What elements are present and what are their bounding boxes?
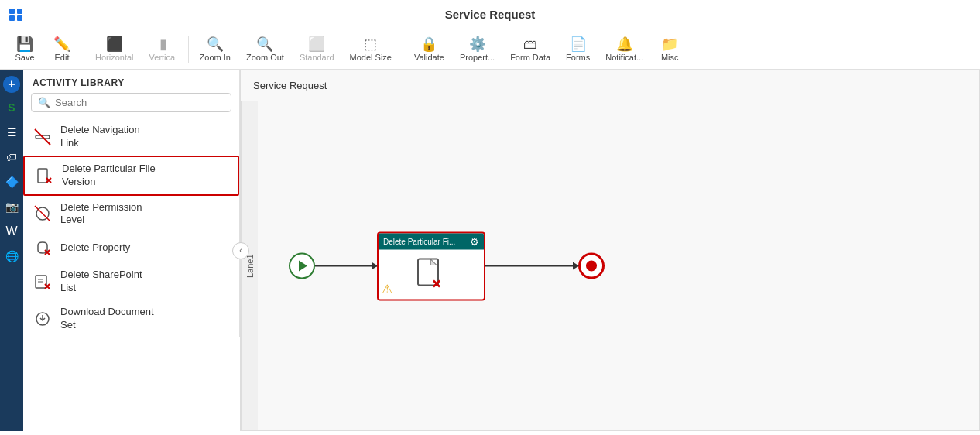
misc-icon: 📁 <box>661 37 678 51</box>
form-data-icon: 🗃 <box>523 37 537 51</box>
list-item[interactable]: Delete Property <box>23 232 239 263</box>
standard-icon: ⬜ <box>308 37 325 51</box>
lane-content: Delete Particular Fi... ⚙ <box>258 101 979 430</box>
edit-label: Edit <box>55 53 70 62</box>
search-icon: 🔍 <box>38 97 50 108</box>
delete-particular-file-icon <box>34 166 54 186</box>
notifications-icon: 🔔 <box>616 37 633 51</box>
list-item[interactable]: Delete NavigationLink <box>23 118 239 156</box>
validate-icon: 🔒 <box>420 37 437 51</box>
zoom-in-button[interactable]: 🔍 Zoom In <box>194 34 237 65</box>
node-header: Delete Particular Fi... ⚙ <box>379 233 484 249</box>
lane: Lane1 Delete Particular Fi... ⚙ <box>241 101 979 430</box>
form-data-label: Form Data <box>510 53 550 62</box>
delete-nav-link-label: Delete NavigationLink <box>60 124 140 150</box>
delete-property-icon <box>33 238 53 258</box>
properties-label: Propert... <box>460 53 495 62</box>
icon-sidebar: + S ☰ 🏷 🔷 📷 W 🌐 <box>0 70 23 431</box>
arrow-to-end <box>485 265 578 267</box>
node-body: ⚠ <box>379 249 484 299</box>
zoom-in-label: Zoom In <box>200 53 231 62</box>
forms-button[interactable]: 📄 Forms <box>560 34 596 65</box>
activity-list: Delete NavigationLink Delete Particular … <box>23 118 239 337</box>
standard-label: Standard <box>300 53 334 62</box>
end-event[interactable] <box>578 253 605 279</box>
svg-line-6 <box>35 206 50 221</box>
list-item[interactable]: Delete Particular FileVersion <box>23 156 239 196</box>
save-button[interactable]: 💾 Save <box>8 34 42 65</box>
validate-label: Validate <box>414 53 444 62</box>
zoom-in-icon: 🔍 <box>207 37 224 51</box>
validate-button[interactable]: 🔒 Validate <box>408 34 451 65</box>
sidebar-icon-list[interactable]: ☰ <box>2 122 22 142</box>
misc-label: Misc <box>661 53 679 62</box>
main-layout: + S ☰ 🏷 🔷 📷 W 🌐 ACTIVITY LIBRARY 🔍 Delet… <box>0 70 980 431</box>
vertical-icon: ▮ <box>159 37 167 51</box>
delete-sharepoint-icon <box>33 272 53 292</box>
horizontal-icon: ⬛ <box>106 37 123 51</box>
notifications-button[interactable]: 🔔 Notificat... <box>599 34 649 65</box>
delete-permission-label: Delete PermissionLevel <box>60 201 142 228</box>
activity-node[interactable]: Delete Particular Fi... ⚙ <box>377 231 485 300</box>
sidebar-icon-tag[interactable]: 🏷 <box>2 147 22 167</box>
horizontal-button[interactable]: ⬛ Horizontal <box>89 34 140 65</box>
forms-label: Forms <box>566 53 590 62</box>
divider-3 <box>403 36 403 63</box>
divider-1 <box>84 36 84 63</box>
form-data-button[interactable]: 🗃 Form Data <box>504 34 557 65</box>
vertical-label: Vertical <box>149 53 177 62</box>
canvas-inner: Service Request Lane1 Delete Partic <box>240 70 980 431</box>
lane-label: Lane1 <box>241 101 258 430</box>
canvas-label: Service Request <box>253 80 327 91</box>
divider-2 <box>188 36 189 63</box>
sidebar-icon-plus[interactable]: + <box>3 76 20 93</box>
properties-button[interactable]: ⚙️ Propert... <box>454 34 501 65</box>
node-title: Delete Particular Fi... <box>383 237 455 245</box>
edit-button[interactable]: ✏️ Edit <box>45 34 79 65</box>
delete-nav-link-icon <box>33 127 53 147</box>
collapse-panel-button[interactable]: ‹ <box>232 242 249 259</box>
arrow-to-node <box>315 265 377 267</box>
properties-icon: ⚙️ <box>469 37 486 51</box>
forms-icon: 📄 <box>570 37 587 51</box>
sidebar-icon-zoom[interactable]: 🔷 <box>2 172 22 192</box>
list-item[interactable]: Download DocumentSet <box>23 300 239 337</box>
model-size-button[interactable]: ⬚ Model Size <box>344 34 398 65</box>
sidebar-icon-wordpress[interactable]: W <box>2 221 22 241</box>
sidebar-icon-camera[interactable]: 📷 <box>2 197 22 217</box>
download-doc-set-label: Download DocumentSet <box>60 306 154 332</box>
activity-library-panel: ACTIVITY LIBRARY 🔍 Delete NavigationLink <box>23 70 240 431</box>
svg-rect-2 <box>38 169 47 183</box>
vertical-button[interactable]: ▮ Vertical <box>143 34 183 65</box>
horizontal-label: Horizontal <box>95 53 134 62</box>
delete-particular-file-label: Delete Particular FileVersion <box>62 163 156 189</box>
download-doc-set-icon <box>33 309 53 329</box>
node-gear-icon[interactable]: ⚙ <box>470 235 479 247</box>
canvas-area[interactable]: Service Request Lane1 Delete Partic <box>240 70 980 431</box>
notifications-label: Notificat... <box>605 53 643 62</box>
model-size-label: Model Size <box>350 53 392 62</box>
start-event[interactable] <box>289 253 315 279</box>
sidebar-icon-sharepoint[interactable]: S <box>2 98 22 118</box>
misc-button[interactable]: 📁 Misc <box>653 34 687 65</box>
standard-button[interactable]: ⬜ Standard <box>293 34 341 65</box>
title-bar: Service Request <box>0 0 980 29</box>
zoom-out-button[interactable]: 🔍 Zoom Out <box>240 34 290 65</box>
model-size-icon: ⬚ <box>364 37 377 51</box>
delete-permission-icon <box>33 204 53 224</box>
search-input[interactable] <box>55 97 224 108</box>
page-title: Service Request <box>445 8 536 21</box>
node-warning-icon: ⚠ <box>382 281 392 296</box>
svg-line-1 <box>35 129 50 145</box>
list-item[interactable]: Delete PermissionLevel <box>23 196 239 233</box>
list-item[interactable]: Delete SharePointList <box>23 263 239 300</box>
zoom-out-icon: 🔍 <box>256 37 273 51</box>
delete-property-label: Delete Property <box>60 241 130 255</box>
save-icon: 💾 <box>16 37 33 51</box>
sidebar-icon-globe[interactable]: 🌐 <box>2 246 22 266</box>
activity-search-box[interactable]: 🔍 <box>31 93 231 112</box>
activity-library-header: ACTIVITY LIBRARY <box>23 70 239 93</box>
zoom-out-label: Zoom Out <box>246 53 284 62</box>
flow-row: Delete Particular Fi... ⚙ <box>258 231 979 300</box>
app-grid-icon[interactable] <box>9 9 23 21</box>
